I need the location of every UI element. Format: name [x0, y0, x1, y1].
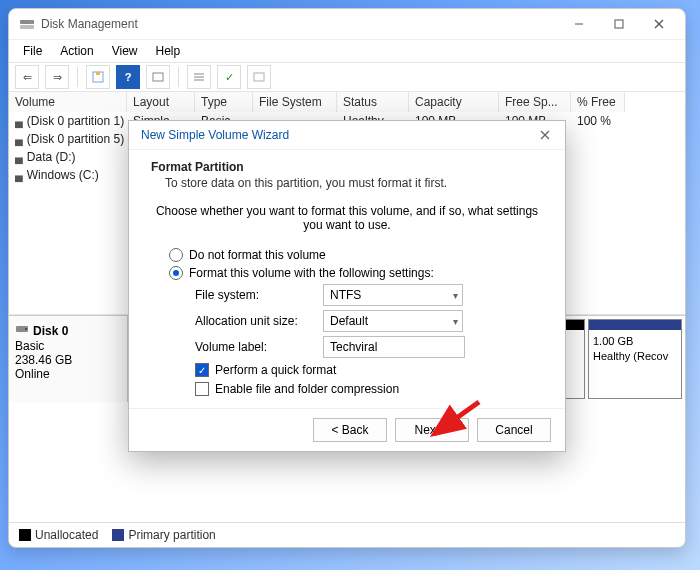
select-value: NTFS — [330, 288, 361, 302]
checkbox-label: Enable file and folder compression — [215, 382, 399, 396]
dialog-buttons: < Back Next > Cancel — [129, 408, 565, 451]
refresh-icon[interactable] — [86, 65, 110, 89]
checkbox-icon: ✓ — [195, 363, 209, 377]
radio-label: Format this volume with the following se… — [189, 266, 434, 280]
svg-rect-4 — [615, 20, 623, 28]
help-icon[interactable]: ? — [116, 65, 140, 89]
col-free[interactable]: Free Sp... — [499, 92, 571, 112]
dialog-intro: Choose whether you want to format this v… — [151, 204, 543, 232]
radio-format-volume[interactable]: Format this volume with the following se… — [169, 266, 543, 280]
checkbox-label: Perform a quick format — [215, 363, 336, 377]
svg-rect-9 — [153, 73, 163, 81]
dialog-subheading: To store data on this partition, you mus… — [165, 176, 543, 190]
label-allocation: Allocation unit size: — [195, 314, 323, 328]
dialog-close-button[interactable] — [533, 125, 557, 145]
radio-label: Do not format this volume — [189, 248, 326, 262]
titlebar: Disk Management — [9, 9, 685, 40]
disk-info[interactable]: Disk 0 Basic 238.46 GB Online — [9, 316, 128, 402]
properties-icon[interactable] — [247, 65, 271, 89]
partition-status: Healthy (Recov — [593, 349, 677, 364]
disk-type: Basic — [15, 339, 121, 353]
forward-icon[interactable]: ⇒ — [45, 65, 69, 89]
drive-icon: ▄ — [15, 169, 23, 181]
legend: Unallocated Primary partition — [9, 522, 685, 547]
back-button[interactable]: < Back — [313, 418, 387, 442]
checkbox-compression[interactable]: Enable file and folder compression — [195, 382, 543, 396]
check-icon[interactable]: ✓ — [217, 65, 241, 89]
dialog-title: New Simple Volume Wizard — [141, 128, 533, 142]
col-status[interactable]: Status — [337, 92, 409, 112]
partition-block[interactable]: 1.00 GB Healthy (Recov — [588, 319, 682, 399]
list-icon[interactable] — [187, 65, 211, 89]
dialog-body: Format Partition To store data on this p… — [129, 150, 565, 408]
svg-rect-8 — [96, 72, 100, 75]
allocation-select[interactable]: Default ▾ — [323, 310, 463, 332]
toolbar-separator — [178, 67, 179, 87]
volume-label-input[interactable]: Techviral — [323, 336, 465, 358]
close-button[interactable] — [639, 10, 679, 38]
checkbox-quick-format[interactable]: ✓ Perform a quick format — [195, 363, 543, 377]
table-header: Volume Layout Type File System Status Ca… — [9, 92, 685, 112]
menubar: File Action View Help — [9, 40, 685, 63]
radio-do-not-format[interactable]: Do not format this volume — [169, 248, 543, 262]
col-volume[interactable]: Volume — [9, 92, 127, 112]
menu-view[interactable]: View — [104, 42, 146, 60]
radio-icon — [169, 266, 183, 280]
dialog-titlebar: New Simple Volume Wizard — [129, 121, 565, 150]
window-title: Disk Management — [41, 17, 559, 31]
svg-rect-13 — [254, 73, 264, 81]
select-value: Default — [330, 314, 368, 328]
col-cap[interactable]: Capacity — [409, 92, 499, 112]
minimize-button[interactable] — [559, 10, 599, 38]
col-type[interactable]: Type — [195, 92, 253, 112]
menu-file[interactable]: File — [15, 42, 50, 60]
svg-point-15 — [25, 328, 27, 330]
settings-icon[interactable] — [146, 65, 170, 89]
disk-icon — [15, 322, 29, 339]
partition-colorbar — [589, 320, 681, 330]
svg-point-2 — [30, 21, 32, 23]
menu-action[interactable]: Action — [52, 42, 101, 60]
disk-name: Disk 0 — [33, 324, 68, 338]
toolbar: ⇐ ⇒ ? ✓ — [9, 63, 685, 92]
next-button[interactable]: Next > — [395, 418, 469, 442]
drive-icon: ▄ — [15, 151, 23, 163]
cell: (Disk 0 partition 1) — [27, 114, 124, 128]
app-icon — [19, 16, 35, 32]
back-icon[interactable]: ⇐ — [15, 65, 39, 89]
cell: Windows (C:) — [27, 168, 99, 182]
toolbar-separator — [77, 67, 78, 87]
file-system-select[interactable]: NTFS ▾ — [323, 284, 463, 306]
cell: Data (D:) — [27, 150, 76, 164]
dialog-heading: Format Partition — [151, 160, 543, 174]
cancel-button[interactable]: Cancel — [477, 418, 551, 442]
swatch-black — [19, 529, 31, 541]
radio-icon — [169, 248, 183, 262]
legend-primary: Primary partition — [112, 528, 215, 542]
checkbox-icon — [195, 382, 209, 396]
col-fs[interactable]: File System — [253, 92, 337, 112]
label-file-system: File system: — [195, 288, 323, 302]
chevron-down-icon: ▾ — [453, 316, 458, 327]
new-simple-volume-wizard: New Simple Volume Wizard Format Partitio… — [128, 120, 566, 452]
menu-help[interactable]: Help — [148, 42, 189, 60]
legend-unallocated: Unallocated — [19, 528, 98, 542]
partition-size: 1.00 GB — [593, 334, 677, 349]
col-pct[interactable]: % Free — [571, 92, 625, 112]
maximize-button[interactable] — [599, 10, 639, 38]
drive-icon: ▄ — [15, 115, 23, 127]
label-volume-label: Volume label: — [195, 340, 323, 354]
disk-size: 238.46 GB — [15, 353, 121, 367]
cell: (Disk 0 partition 5) — [27, 132, 124, 146]
svg-rect-1 — [20, 25, 34, 29]
drive-icon: ▄ — [15, 133, 23, 145]
input-value: Techviral — [330, 340, 377, 354]
disk-status: Online — [15, 367, 121, 381]
col-layout[interactable]: Layout — [127, 92, 195, 112]
cell: 100 % — [571, 112, 625, 130]
swatch-blue — [112, 529, 124, 541]
chevron-down-icon: ▾ — [453, 290, 458, 301]
